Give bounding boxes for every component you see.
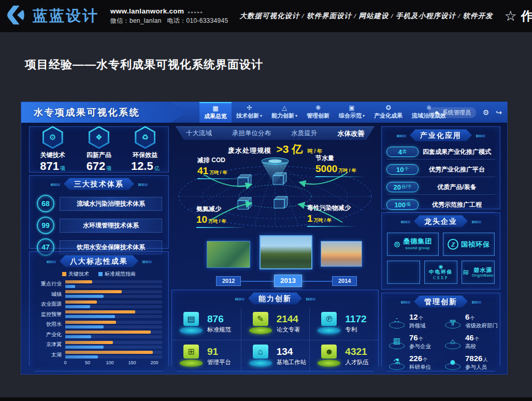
tab-water-improvement[interactable]: 水体改善 <box>337 129 364 138</box>
gear-icon[interactable]: ⚙ <box>483 109 490 116</box>
team-icon: ☻ <box>321 345 337 359</box>
stat-value: 226 <box>409 354 422 363</box>
phone-value: 010-63334945 <box>186 17 228 24</box>
industrial-label[interactable]: 优秀产业化推广平台 <box>419 165 495 174</box>
logo[interactable]: 蓝蓝设计 <box>7 5 99 27</box>
photo-2012[interactable] <box>207 241 250 268</box>
hexagon-badge: ⚙ <box>42 126 63 149</box>
tab-water-quality[interactable]: 水质提升 <box>291 129 317 138</box>
chart-bar-track <box>65 351 162 354</box>
tech-system-label[interactable]: 水环境管理技术体系 <box>60 219 162 233</box>
nav-item-tech-innovation[interactable]: ✣技术创新▾ <box>232 102 267 123</box>
nav-item-overview[interactable]: ▦成果总览 <box>199 102 232 123</box>
enterprises-panel: ««« 龙头企业 »»» ⊚ 桑德集团sound group Z 国祯环保 ◉中… <box>381 212 500 290</box>
nav-item-industrial-achievements[interactable]: ✪产业化成果 <box>369 102 407 123</box>
tech-system-label[interactable]: 流域水污染治理技术体系 <box>60 197 162 211</box>
pedestal: ⊞ <box>179 345 203 368</box>
stat-label: 参与人员 <box>465 364 487 370</box>
globe-visualization: 减排 COD 41万吨 / 年 节水量 5000万吨 / 年 氨氮减少 10万吨… <box>171 153 379 232</box>
enterprise-logo-ceep[interactable]: ◉中电环保CEEP <box>424 261 457 284</box>
industrial-row: 4套 四套成果产业化推广模式 <box>386 146 495 160</box>
axis-tick: 0 <box>64 360 66 365</box>
center-tab-strip: 十大流域 承担单位分布 水质提升 水体改善 <box>176 126 375 140</box>
year-chip-2013[interactable]: 2013 <box>274 275 302 287</box>
enterprise-name: 桑德集团 <box>403 238 432 246</box>
enterprise-name: 碧水源 <box>473 267 492 274</box>
photo-2014[interactable] <box>321 241 362 267</box>
nav-label: 产业化成果 <box>374 112 402 120</box>
legend-item: 关键技术 <box>62 270 89 278</box>
pedestal: ✎ <box>249 312 272 336</box>
bottom-bar <box>0 397 532 401</box>
enterprise-logo-originwater[interactable]: ≋ 碧水源OriginWater <box>462 261 495 284</box>
industrial-label[interactable]: 优秀示范推广工程 <box>419 200 495 209</box>
year-chip-2012[interactable]: 2012 <box>216 276 241 286</box>
count-badge: 20台/个 <box>386 182 419 192</box>
tech-system-row: 99 水环境管理技术体系 <box>37 217 162 234</box>
chart-category-label: 京津冀 <box>36 341 65 348</box>
enterprise-logo-empty[interactable] <box>387 261 420 284</box>
section-header: ««« 能力创新 »»» <box>172 292 378 305</box>
hexagon-badge: ♻ <box>135 126 155 149</box>
kpi-unit: 项 <box>106 165 111 171</box>
logout-icon[interactable]: ↪ <box>496 109 502 116</box>
nav-item-capability-innovation[interactable]: △能力创新▾ <box>267 102 302 123</box>
chevron-left-icon: ««« <box>46 258 56 265</box>
section-header: ««« 八大标志性成果 »»» <box>36 254 162 268</box>
portfolio-link[interactable]: ☆ 作品案例 <box>504 8 532 24</box>
chart-bar-track <box>65 305 162 308</box>
tab-ten-basins[interactable]: 十大流域 <box>186 129 212 138</box>
nav-label: 管理创新 <box>307 112 329 120</box>
tab-unit-distribution[interactable]: 承担单位分布 <box>232 129 271 138</box>
pedestal: ℗ <box>317 312 341 336</box>
stat-value: 91 <box>207 347 231 357</box>
nav-items: ▦成果总览 ✣技术创新▾ △能力创新▾ ❋管理创新 ▣综合示范▾ ✪产业化成果 … <box>199 102 451 123</box>
boxes-icon: ❖ <box>90 127 108 147</box>
chart-bar-track <box>65 331 162 334</box>
chart-bar-track <box>65 341 162 344</box>
stat-platforms: ⊞ 91管理平台 <box>172 340 241 373</box>
chart-bar <box>65 280 92 283</box>
stat-standards: ▤ 876标准规范 <box>172 308 241 340</box>
stat-label: 标准规范 <box>207 326 231 334</box>
chevron-left-icon: ««« <box>396 132 406 139</box>
year-chip-2014[interactable]: 2014 <box>332 276 357 286</box>
tech-count-badge: 68 <box>37 195 54 212</box>
pedestal-base <box>249 327 272 334</box>
patent-icon: ℗ <box>321 312 337 326</box>
chevron-left-icon: ««« <box>50 181 60 188</box>
industrial-label[interactable]: 优质产品/装备 <box>419 183 495 192</box>
industrial-label[interactable]: 四套成果产业化推广模式 <box>419 148 495 156</box>
section-header: ««« 产业化应用 »»» <box>386 128 495 142</box>
recycle-icon: ♻ <box>136 127 154 147</box>
enterprise-logo-guozhen[interactable]: Z 国祯环保 <box>443 233 495 256</box>
nav-item-demonstration[interactable]: ▣综合示范▾ <box>334 102 369 123</box>
axis-tick: 50 <box>85 360 90 365</box>
section-title: 龙头企业 <box>414 216 468 227</box>
wave-logo-icon: ≋ <box>463 268 469 277</box>
pedestal-base <box>249 360 272 367</box>
chevron-left-icon: ««« <box>400 218 410 225</box>
photo-2013[interactable] <box>260 235 312 269</box>
website-url[interactable]: www.lanlanwork.com <box>110 7 184 15</box>
admin-account[interactable]: ☻系统管理员 <box>428 107 476 118</box>
portfolio-label: 作品案例 <box>521 8 532 24</box>
metric-value: 10 <box>196 214 207 225</box>
kpi-value: 672项 <box>87 160 112 173</box>
enterprise-subtitle: sound group <box>406 246 430 251</box>
stat-value: 6 <box>465 312 469 321</box>
nav-item-management-innovation[interactable]: ❋管理创新 <box>302 102 334 123</box>
chart-bar <box>65 325 104 328</box>
tech-system-row: 68 流域水污染治理技术体系 <box>37 195 162 212</box>
stat-value: 876 <box>207 314 231 325</box>
enterprise-logo-soundgroup[interactable]: ⊚ 桑德集团sound group <box>387 233 439 256</box>
enterprise-subtitle: CEEP <box>433 276 449 280</box>
people-icon: ☻ <box>444 353 462 370</box>
enterprise-row: ⊚ 桑德集团sound group Z 国祯环保 <box>387 233 495 256</box>
chart-bar-track <box>65 321 162 324</box>
nodes-icon: ∴ <box>388 312 406 328</box>
chart-bar <box>65 341 113 344</box>
chart-bar <box>65 290 122 293</box>
nav-label: 综合示范 <box>339 112 362 120</box>
enterprise-name: 中电环保 <box>429 269 453 275</box>
